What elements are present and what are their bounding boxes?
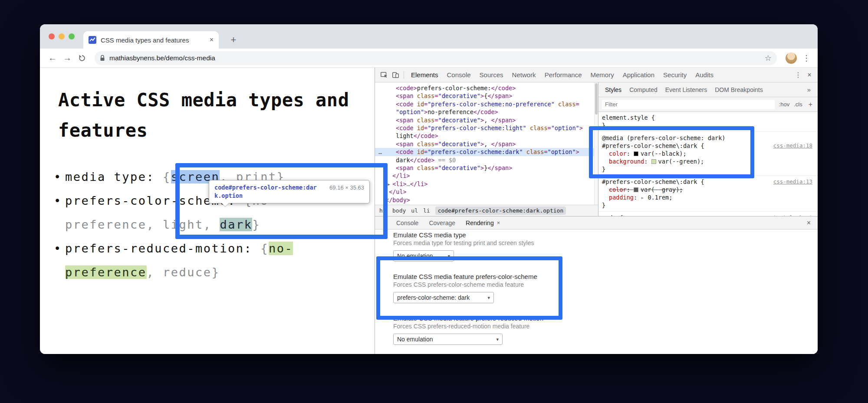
forward-icon[interactable]: → xyxy=(61,52,74,65)
class-toggle[interactable]: .cls xyxy=(794,101,802,108)
devtools-tab-audits[interactable]: Audits xyxy=(691,68,718,82)
dom-tree-node[interactable]: "option">no-preference</code> xyxy=(375,108,594,116)
dom-tree-node[interactable]: <code id="prefers-color-scheme:light" cl… xyxy=(375,124,594,132)
devtools-menu-icon[interactable]: ⋮ xyxy=(793,71,803,79)
new-tab-button[interactable]: + xyxy=(227,34,240,46)
page-text-segment: light xyxy=(163,218,204,231)
dom-tree-node[interactable]: …<code id="prefers-color-scheme:dark" cl… xyxy=(375,148,594,156)
devtools-tab-elements[interactable]: Elements xyxy=(407,68,443,82)
devtools-tab-network[interactable]: Network xyxy=(508,68,540,82)
drawer-menu-icon[interactable]: ⋮ xyxy=(378,219,391,227)
devtools-close-icon[interactable]: × xyxy=(805,71,814,79)
code-segment: class xyxy=(526,125,548,131)
favicon-icon xyxy=(89,36,96,44)
expand-arrow-icon[interactable]: ▸ xyxy=(387,180,391,187)
expand-arrow-icon[interactable]: ▸ xyxy=(641,194,648,201)
dom-tree-node[interactable]: dark</code> == $0 xyxy=(375,156,594,164)
styles-tab-styles[interactable]: Styles xyxy=(601,86,625,93)
code-segment: <code xyxy=(396,125,414,131)
zoom-window-button[interactable] xyxy=(69,33,75,39)
reload-icon[interactable] xyxy=(76,52,89,65)
color-swatch[interactable] xyxy=(634,187,638,192)
select-value: prefers-color-scheme: dark xyxy=(397,294,470,301)
drawer-tab-console[interactable]: Console xyxy=(391,216,424,229)
tab-close-icon[interactable]: × xyxy=(210,36,214,43)
dom-tree-node[interactable]: </body> xyxy=(375,196,594,204)
breadcrumb-item[interactable]: code#prefers-color-scheme:dark.option xyxy=(435,206,566,215)
drawer-close-icon[interactable]: × xyxy=(802,219,815,227)
stylesheet-link[interactable]: css-media:13 xyxy=(773,178,818,186)
back-icon[interactable]: ← xyxy=(46,52,59,65)
tab-overflow-icon[interactable]: » xyxy=(807,86,815,93)
dom-tree-node[interactable]: <code>prefers-color-scheme:</code> xyxy=(375,84,594,92)
elements-scrollbar[interactable] xyxy=(594,82,598,205)
divider xyxy=(404,71,404,79)
breadcrumb: htmlbodyullicode#prefers-color-scheme:da… xyxy=(375,205,598,216)
dom-tree-node[interactable]: <code id="prefers-color-scheme:no-prefer… xyxy=(375,100,594,108)
devtools-tab-application[interactable]: Application xyxy=(618,68,659,82)
dom-tree-node[interactable]: <span class="decorative">, </span> xyxy=(375,140,594,148)
breadcrumb-item[interactable]: ul xyxy=(411,207,418,214)
dom-tree-node[interactable]: <span class="decorative">}</span> xyxy=(375,164,594,172)
rule-selector[interactable]: #prefers-color-scheme\:dark { xyxy=(602,178,704,185)
devtools-drawer: ⋮ ConsoleCoverageRendering× × Emulate CS… xyxy=(375,216,818,354)
address-bar[interactable]: mathiasbynens.be/demo/css-media ☆ xyxy=(95,51,777,65)
devtools-tab-sources[interactable]: Sources xyxy=(475,68,508,82)
css-property[interactable]: color: var(--gray); xyxy=(598,186,818,193)
styles-tab-computed[interactable]: Computed xyxy=(625,86,661,93)
element-style-open[interactable]: element.style { xyxy=(598,114,818,121)
render-section-description: Forces media type for testing print and … xyxy=(393,239,818,246)
code-segment: "prefers-color-scheme:dark" xyxy=(427,148,523,155)
emulation-select[interactable]: No emulation▾ xyxy=(393,250,454,262)
devtools-tab-security[interactable]: Security xyxy=(659,68,691,82)
tab-strip: CSS media types and features × + xyxy=(40,24,818,49)
page-text-segment: screen xyxy=(171,170,220,183)
dom-tree-node[interactable]: ▸<li>…</li> xyxy=(375,180,594,188)
drawer-tab-rendering[interactable]: Rendering× xyxy=(460,216,505,229)
dom-tree-node[interactable]: <span class="decorative">{</span> xyxy=(375,92,594,100)
breadcrumb-item[interactable]: html xyxy=(379,207,387,214)
pseudo-state-toggle[interactable]: :hov xyxy=(779,101,790,108)
emulation-select[interactable]: prefers-color-scheme: dark▾ xyxy=(393,292,494,303)
overflow-ellipsis-marker[interactable]: … xyxy=(378,148,382,156)
color-swatch[interactable] xyxy=(634,151,638,156)
avatar[interactable] xyxy=(786,52,797,64)
filter-input[interactable] xyxy=(602,100,775,109)
device-toolbar-icon[interactable] xyxy=(390,70,401,80)
stylesheet-link[interactable]: css-media:18 xyxy=(773,142,818,150)
dom-tree-node[interactable]: <span class="decorative">, </span> xyxy=(375,116,594,124)
page-text-line: preference, reduce} xyxy=(40,260,375,284)
devtools-tab-performance[interactable]: Performance xyxy=(540,68,586,82)
css-property-value: var(--black) xyxy=(641,150,683,157)
scrollbar-thumb[interactable] xyxy=(595,83,598,115)
breadcrumb-item[interactable]: body xyxy=(392,207,406,214)
devtools-tab-memory[interactable]: Memory xyxy=(586,68,618,82)
page-text-segment: , xyxy=(147,218,163,231)
css-property[interactable]: padding: ▸ 0.1rem; xyxy=(598,193,818,201)
code-segment: <li> xyxy=(392,180,407,187)
dropdown-caret-icon: ▾ xyxy=(447,253,450,259)
drawer-tab-close-icon[interactable]: × xyxy=(497,220,500,226)
drawer-tab-coverage[interactable]: Coverage xyxy=(424,216,460,229)
devtools-tab-console[interactable]: Console xyxy=(443,68,475,82)
browser-window: CSS media types and features × + ← → mat… xyxy=(40,24,818,354)
styles-tab-event-listeners[interactable]: Event Listeners xyxy=(661,86,711,93)
breadcrumb-item[interactable]: li xyxy=(423,207,430,214)
rule-selector[interactable]: #prefers-color-scheme\:dark { xyxy=(602,142,704,149)
bookmark-star-icon[interactable]: ☆ xyxy=(765,53,772,63)
code-segment: </code> xyxy=(473,108,498,115)
css-property[interactable]: color: var(--black); xyxy=(598,150,818,157)
dom-tree-node[interactable]: </ul> xyxy=(375,188,594,196)
emulation-select[interactable]: No emulation▾ xyxy=(393,334,503,345)
css-property[interactable]: background: var(--green); xyxy=(598,157,818,165)
styles-tab-dom-breakpoints[interactable]: DOM Breakpoints xyxy=(711,86,766,93)
minimize-window-button[interactable] xyxy=(59,33,65,39)
dom-tree-node[interactable]: light</code> xyxy=(375,132,594,140)
browser-tab[interactable]: CSS media types and features × xyxy=(83,31,219,49)
browser-menu-icon[interactable]: ⋮ xyxy=(801,53,812,63)
close-window-button[interactable] xyxy=(49,33,55,39)
new-style-rule-button[interactable]: + xyxy=(807,101,814,108)
dom-tree-node[interactable]: </li> xyxy=(375,172,594,180)
color-swatch[interactable] xyxy=(651,159,656,164)
inspect-icon[interactable] xyxy=(378,70,390,80)
